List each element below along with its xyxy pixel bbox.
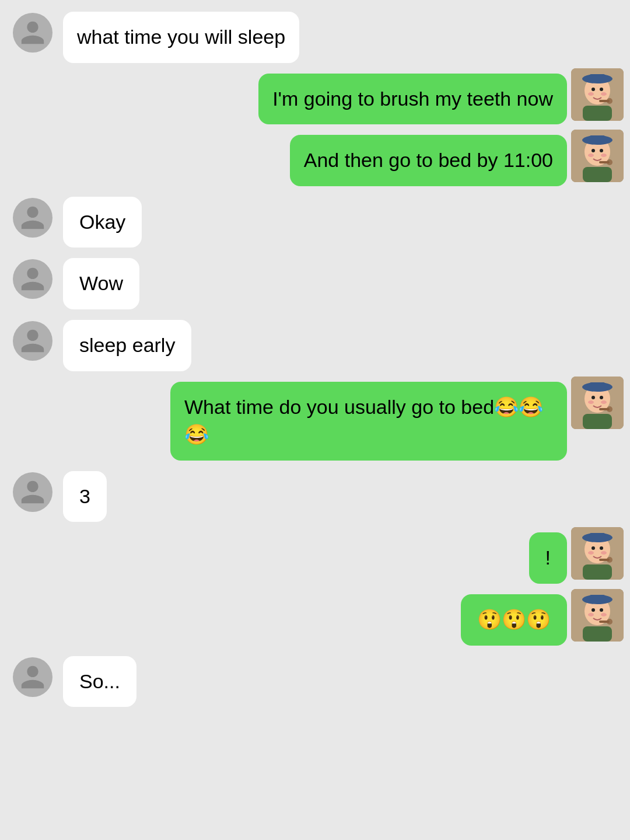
svg-point-20: [607, 159, 612, 165]
message-text: What time do you usually go to bed😂😂😂: [184, 396, 543, 446]
avatar: [576, 532, 618, 574]
svg-point-51: [601, 613, 607, 616]
svg-rect-36: [589, 533, 606, 541]
message-bubble: sleep early: [63, 320, 191, 371]
svg-rect-25: [589, 382, 606, 391]
svg-point-29: [601, 400, 607, 404]
message-text: I'm going to brush my teeth now: [272, 88, 553, 110]
svg-rect-47: [589, 595, 606, 603]
message-text: 😲😲😲: [477, 608, 551, 630]
svg-point-40: [601, 551, 607, 555]
person-avatar-icon: [13, 657, 52, 697]
message-row: sleep early: [12, 320, 618, 371]
svg-rect-21: [583, 167, 612, 182]
svg-point-31: [607, 406, 612, 412]
message-text: sleep early: [79, 334, 175, 356]
message-bubble: 3: [63, 471, 107, 522]
message-row: And then go to bed by 11:00: [12, 135, 618, 186]
message-row: I'm going to brush my teeth now: [12, 74, 618, 125]
chat-container: what time you will sleep I'm going to br…: [0, 0, 630, 719]
cartoon-avatar: [571, 589, 624, 642]
message-text: And then go to bed by 11:00: [304, 149, 553, 171]
svg-point-49: [600, 608, 603, 612]
cartoon-avatar: [571, 377, 624, 429]
svg-point-53: [607, 619, 612, 625]
cartoon-avatar: [571, 68, 624, 121]
person-avatar-icon: [13, 259, 52, 299]
avatar: [12, 656, 54, 698]
svg-point-28: [588, 400, 594, 404]
svg-rect-3: [589, 74, 606, 82]
message-bubble: Wow: [63, 258, 139, 309]
message-bubble: !: [529, 532, 567, 584]
message-row: 😲😲😲: [12, 594, 618, 646]
message-bubble: And then go to bed by 11:00: [290, 135, 567, 186]
message-row: Wow: [12, 258, 618, 309]
person-avatar-icon: [13, 321, 52, 361]
svg-point-27: [600, 396, 603, 399]
svg-point-16: [600, 149, 603, 152]
message-bubble: I'm going to brush my teeth now: [258, 74, 567, 125]
svg-rect-32: [583, 414, 612, 429]
avatar: [12, 320, 54, 362]
message-bubble: Okay: [63, 197, 142, 248]
avatar: [12, 197, 54, 239]
svg-point-48: [592, 608, 595, 612]
svg-point-6: [588, 92, 594, 96]
message-bubble: So...: [63, 656, 136, 707]
message-row: !: [12, 532, 618, 584]
message-row: Okay: [12, 197, 618, 248]
svg-point-37: [592, 546, 595, 550]
person-avatar-icon: [13, 472, 52, 512]
svg-point-18: [601, 154, 607, 157]
svg-point-38: [600, 546, 603, 550]
message-text: what time you will sleep: [77, 26, 285, 48]
svg-point-4: [592, 88, 595, 91]
avatar: [576, 135, 618, 177]
svg-point-7: [601, 92, 607, 96]
svg-point-15: [592, 149, 595, 152]
message-text: !: [545, 546, 551, 569]
svg-rect-14: [589, 135, 606, 144]
svg-point-26: [592, 396, 595, 399]
message-bubble: what time you will sleep: [63, 12, 299, 63]
svg-point-5: [600, 88, 603, 91]
svg-point-17: [588, 154, 594, 157]
message-row: What time do you usually go to bed😂😂😂: [12, 382, 618, 461]
message-text: Wow: [79, 272, 123, 294]
message-row: So...: [12, 656, 618, 707]
avatar: [12, 258, 54, 300]
svg-rect-54: [583, 626, 612, 642]
svg-point-39: [588, 551, 594, 555]
message-text: 3: [79, 485, 90, 507]
cartoon-avatar: [571, 527, 624, 580]
avatar: [12, 12, 54, 54]
message-row: 3: [12, 471, 618, 522]
message-bubble: What time do you usually go to bed😂😂😂: [170, 382, 567, 461]
message-bubble: 😲😲😲: [461, 594, 567, 646]
message-text: So...: [79, 670, 120, 692]
svg-point-50: [588, 613, 594, 616]
message-text: Okay: [79, 211, 125, 233]
avatar: [576, 74, 618, 116]
message-row: what time you will sleep: [12, 12, 618, 63]
svg-point-9: [607, 98, 612, 104]
avatar: [12, 471, 54, 513]
svg-rect-10: [583, 106, 612, 121]
person-avatar-icon: [13, 198, 52, 238]
avatar: [576, 594, 618, 636]
svg-rect-43: [583, 564, 612, 580]
avatar: [576, 382, 618, 424]
person-avatar-icon: [13, 13, 52, 53]
svg-point-42: [607, 557, 612, 563]
cartoon-avatar: [571, 130, 624, 182]
